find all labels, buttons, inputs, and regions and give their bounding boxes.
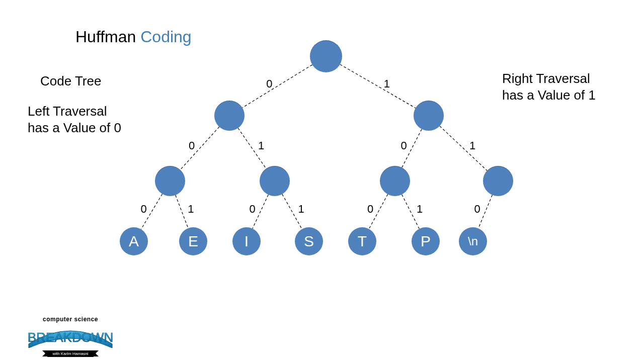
- edge-label: 0: [250, 203, 256, 216]
- tree-node: [414, 101, 444, 131]
- tree-leaf: S: [295, 227, 323, 255]
- edge-label: 1: [258, 139, 264, 152]
- tree-leaf: T: [348, 227, 376, 255]
- tree-node: [214, 101, 245, 131]
- tree-leaf: E: [179, 227, 207, 255]
- tree-leaf: A: [120, 227, 148, 255]
- tree-leaf: I: [232, 227, 261, 255]
- tree-node: [380, 166, 410, 196]
- tree-leaf: P: [412, 227, 440, 255]
- logo-main-text: BREAKDOWN: [28, 330, 113, 345]
- edge-label: 0: [266, 77, 272, 90]
- edge-label: 1: [298, 203, 304, 216]
- edge-line: [440, 126, 487, 171]
- edge-line: [478, 195, 493, 228]
- logo-sub-text: with Karim Hamasni: [52, 351, 88, 356]
- tree-node: [483, 166, 513, 196]
- logo-breakdown: computer science BREAKDOWN with Karim Ha…: [25, 316, 116, 357]
- edge-label: 0: [140, 203, 146, 216]
- edge-label: 1: [417, 203, 423, 216]
- label-right-traversal-line2: has a Value of 1: [502, 87, 596, 104]
- edge-line: [180, 127, 219, 170]
- title-word-2: Coding: [140, 28, 191, 46]
- label-left-traversal-line1: Left Traversal: [28, 103, 121, 120]
- edge-label: 1: [469, 139, 475, 152]
- tree-node: [310, 40, 342, 72]
- edge-label: 1: [188, 203, 194, 216]
- tree-leaf: \n: [459, 227, 487, 255]
- tree-node: [155, 166, 185, 196]
- page-title: Huffman Coding: [75, 28, 192, 46]
- label-right-traversal: Right Traversal has a Value of 1: [502, 70, 596, 103]
- edge-label: 0: [189, 139, 195, 152]
- logo-graphic: BREAKDOWN: [28, 323, 113, 348]
- edge-line: [243, 65, 312, 108]
- edge-label: 0: [401, 139, 407, 152]
- label-code-tree: Code Tree: [40, 73, 101, 89]
- label-left-traversal: Left Traversal has a Value of 0: [28, 103, 121, 136]
- edge-label: 0: [474, 203, 480, 216]
- edge-label: 1: [384, 77, 390, 90]
- logo-top-text: computer science: [25, 316, 116, 323]
- logo-ribbon: with Karim Hamasni: [47, 350, 93, 357]
- label-left-traversal-line2: has a Value of 0: [28, 120, 121, 136]
- edge-label: 0: [367, 203, 373, 216]
- title-word-1: Huffman: [75, 28, 140, 46]
- label-right-traversal-line1: Right Traversal: [502, 70, 596, 87]
- tree-node: [260, 166, 290, 196]
- edge-line: [340, 64, 416, 108]
- edge-line: [176, 195, 188, 228]
